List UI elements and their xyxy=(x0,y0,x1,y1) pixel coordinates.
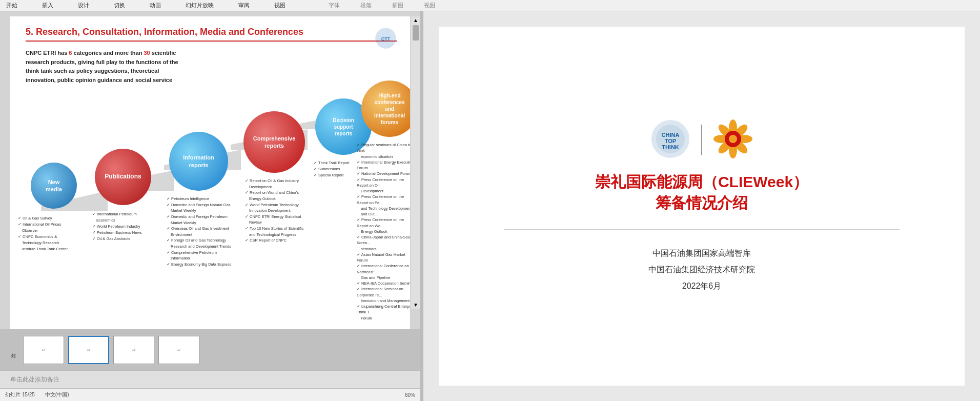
subtitle-line3: 2022年6月 xyxy=(648,278,755,294)
notes-placeholder: 单击此处添加备注 xyxy=(10,375,59,384)
top-toolbar: 开始 插入 设计 切换 动画 幻灯片放映 审阅 视图 字体 段落 插图 视图 xyxy=(0,0,980,11)
right-slide-content: CHINA TOP THINK xyxy=(439,27,965,386)
toolbar-font-label: 字体 xyxy=(329,2,340,9)
slide-thumb-2[interactable]: 15 xyxy=(68,336,109,364)
toolbar-para-label: 段落 xyxy=(360,2,372,9)
bubble-information-reports: Informationreports xyxy=(169,132,228,191)
subtitle-line2: 中国石油集团经济技术研究院 xyxy=(648,262,755,278)
decision-support-list: ✓ Think Tank Report ✓ Submissions ✓ Spec… xyxy=(314,160,350,178)
toolbar-design[interactable]: 设计 xyxy=(76,1,91,10)
toolbar-transition[interactable]: 切换 xyxy=(112,1,127,10)
ctt-logo: CHINA TOP THINK xyxy=(650,118,691,162)
slide-thumbnail-strip: 幻灯片 14 15 16 17 xyxy=(0,329,420,370)
main-title-line2: 筹备情况介绍 xyxy=(595,193,808,214)
svg-text:CHINA: CHINA xyxy=(662,132,680,138)
scroll-up-arrow[interactable]: ▲ xyxy=(412,16,419,24)
subtitle-block: 中国石油集团国家高端智库 中国石油集团经济技术研究院 2022年6月 xyxy=(648,245,755,294)
main-chinese-title: 崇礼国际能源周（CLIEWeek） 筹备情况介绍 xyxy=(595,172,808,214)
toolbar-view-label: 视图 xyxy=(424,2,435,9)
slide-thumb-1[interactable]: 14 xyxy=(23,336,64,364)
toolbar-insert[interactable]: 插入 xyxy=(40,1,55,10)
toolbar-insert-label: 插图 xyxy=(392,2,403,9)
logo-divider xyxy=(701,125,702,155)
slide-content: 5. Research, Consultation, Information, … xyxy=(10,16,410,314)
toolbar-review[interactable]: 审阅 xyxy=(236,1,252,10)
svg-text:CTT: CTT xyxy=(381,36,391,42)
svg-point-22 xyxy=(729,135,737,143)
main-area: 5. Research, Consultation, Information, … xyxy=(0,11,980,401)
bubbles-diagram: Newmedia Publications Informationreports… xyxy=(15,73,410,304)
highlight-30: 30 xyxy=(144,50,150,56)
bubble-comprehensive-reports: Comprehensivereports xyxy=(243,111,305,173)
slide-scrollbar[interactable]: ▲ ▼ xyxy=(411,16,420,309)
slide-thumb-4[interactable]: 17 xyxy=(158,336,199,364)
slide-logo: CTT xyxy=(374,27,397,50)
conference-list: ✓ Regular seminars of China top think ec… xyxy=(357,142,410,321)
logos-row: CHINA TOP THINK xyxy=(650,118,753,162)
right-panel: CHINA TOP THINK xyxy=(423,11,980,401)
slide-container[interactable]: 5. Research, Consultation, Information, … xyxy=(10,16,410,329)
new-media-list: ✓ Oil & Gas Survey ✓ International Oil P… xyxy=(18,215,68,252)
slide-thumb-3[interactable]: 16 xyxy=(113,336,154,364)
information-reports-list: ✓ Petroleum Intelligence ✓ Domestic and … xyxy=(167,196,231,268)
bubble-publications: Publications xyxy=(95,149,151,205)
main-title-line1: 崇礼国际能源周（CLIEWeek） xyxy=(595,172,808,193)
zoom-level: 60% xyxy=(405,392,415,398)
cnpc-logo xyxy=(712,118,753,162)
comprehensive-reports-list: ✓ Report on Oil & Gas Industry Developme… xyxy=(245,178,303,244)
bubble-new-media: Newmedia xyxy=(31,163,77,209)
language-info: 中文(中国) xyxy=(45,391,69,398)
publications-list: ✓ International Petroleum Economics ✓ Wo… xyxy=(92,211,142,242)
toolbar-start[interactable]: 开始 xyxy=(4,1,19,10)
scroll-thumb[interactable] xyxy=(413,25,419,41)
toolbar-slideshow[interactable]: 幻灯片放映 xyxy=(183,1,216,10)
svg-text:TOP: TOP xyxy=(665,138,676,144)
slide-info: 幻灯片 15/25 xyxy=(5,391,35,398)
toolbar-view[interactable]: 视图 xyxy=(272,1,288,10)
slide-title: 5. Research, Consultation, Information, … xyxy=(26,27,397,42)
svg-text:THINK: THINK xyxy=(662,144,679,150)
separator xyxy=(504,229,900,230)
slide-panel: 5. Research, Consultation, Information, … xyxy=(0,11,420,401)
status-bar: 幻灯片 15/25 中文(中国) 60% xyxy=(0,388,420,401)
scroll-down-arrow[interactable]: ▼ xyxy=(412,301,419,309)
notes-bar[interactable]: 单击此处添加备注 xyxy=(0,370,420,388)
subtitle-line1: 中国石油集团国家高端智库 xyxy=(648,245,755,262)
toolbar-animation[interactable]: 动画 xyxy=(148,1,163,10)
